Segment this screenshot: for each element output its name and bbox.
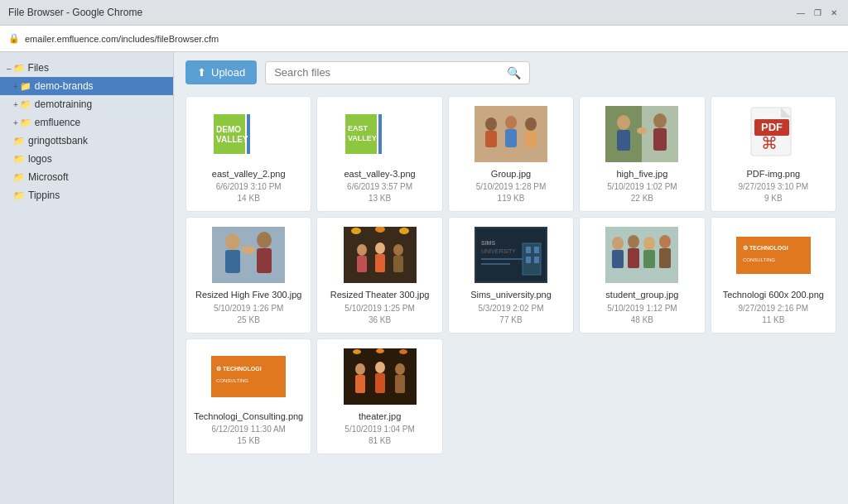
svg-point-77 (375, 362, 385, 373)
svg-point-75 (355, 363, 365, 375)
file-card-sims-university[interactable]: SIMS UNIVERSITY Sims_university. (448, 217, 574, 333)
file-meta-east-valley-2: 6/6/2019 3:10 PM14 KB (216, 181, 282, 204)
sidebar-item-tippins[interactable]: 📁 Tippins (0, 186, 173, 204)
search-container: 🔍 (265, 61, 530, 84)
svg-rect-64 (659, 248, 671, 268)
file-name-sims-university: Sims_university.png (470, 289, 552, 300)
svg-point-19 (617, 115, 630, 130)
svg-rect-16 (525, 131, 537, 147)
sidebar-label-microsoft: Microsoft (28, 171, 69, 183)
svg-rect-2 (247, 114, 250, 154)
expand-icon-demotraining: + (13, 100, 18, 109)
file-card-technologi-600[interactable]: ⚙ TECHNOLOGI CONSULTING Technologi 600x … (711, 217, 836, 333)
sidebar-item-demotraining[interactable]: + 📁 demotraining (0, 95, 173, 113)
title-bar-controls: — ❐ ✕ (795, 7, 840, 18)
svg-text:UNIVERSITY: UNIVERSITY (481, 248, 516, 254)
file-thumbnail-pdf-img: PDF ⌘ (736, 105, 811, 163)
svg-rect-31 (225, 250, 240, 273)
file-name-student-group: student_group.jpg (605, 289, 678, 300)
title-bar-left: File Browser - Google Chrome (8, 7, 142, 18)
file-card-technologi-consulting[interactable]: ⚙ TECHNOLOGI CONSULTING Technologi_Consu… (186, 338, 311, 454)
file-meta-student-group: 5/10/2019 1:12 PM48 KB (607, 303, 677, 326)
search-input[interactable] (274, 66, 507, 79)
expand-icon: – (7, 64, 12, 73)
file-card-theater[interactable]: theater.jpg 5/10/2019 1:04 PM81 KB (316, 338, 442, 454)
svg-rect-44 (393, 256, 403, 272)
svg-rect-52 (526, 247, 531, 253)
svg-rect-80 (395, 375, 405, 393)
file-card-resized-high-five[interactable]: Resized High Five 300.jpg 5/10/2019 1:26… (186, 217, 311, 333)
sidebar-label-tippins: Tippins (28, 190, 60, 201)
file-card-high-five[interactable]: high_five.jpg 5/10/2019 1:02 PM22 KB (579, 96, 705, 212)
file-card-resized-theater[interactable]: Resized Theater 300.jpg 5/10/2019 1:25 P… (316, 217, 442, 333)
svg-point-13 (505, 116, 517, 129)
svg-point-63 (659, 235, 671, 248)
sidebar-root-files[interactable]: – 📁 Files (0, 59, 173, 77)
file-name-resized-theater: Resized Theater 300.jpg (330, 289, 430, 300)
sidebar-item-gringottsbank[interactable]: 📁 gringottsbank (0, 132, 173, 150)
svg-text:VALLEY: VALLEY (216, 135, 248, 144)
browser-chrome: File Browser - Google Chrome — ❐ ✕ 🔒 ema… (0, 0, 848, 52)
file-card-east-valley-2[interactable]: DEMO VALLEY east_valley_2.png 6/6/2019 3… (186, 96, 311, 212)
file-card-group[interactable]: Group.jpg 5/10/2019 1:28 PM119 KB (448, 96, 574, 212)
folder-icon-emfluence: 📁 (20, 118, 31, 128)
svg-point-30 (225, 233, 240, 250)
svg-point-57 (612, 237, 624, 250)
search-icon[interactable]: 🔍 (507, 66, 521, 79)
folder-icon-microsoft: 📁 (13, 172, 25, 183)
maximize-button[interactable]: ❐ (812, 7, 823, 18)
file-thumbnail-resized-high-five (211, 226, 286, 284)
upload-icon: ⬆ (197, 66, 206, 79)
svg-rect-53 (534, 247, 539, 253)
folder-icon-demotraining: 📁 (20, 99, 31, 110)
sidebar-item-microsoft[interactable]: 📁 Microsoft (0, 168, 173, 186)
expand-icon-emfluence: + (13, 118, 18, 127)
file-meta-resized-theater: 5/10/2019 1:25 PM36 KB (344, 303, 415, 326)
svg-point-73 (376, 348, 384, 353)
file-card-east-valley-3[interactable]: EAST VALLEY east_valley-3.png 6/6/2019 3… (316, 96, 442, 212)
folder-icon-demo-brands: 📁 (20, 81, 31, 92)
svg-point-41 (375, 242, 385, 254)
svg-rect-20 (617, 130, 630, 151)
file-thumbnail-group (474, 105, 548, 163)
svg-rect-62 (643, 250, 655, 268)
file-card-student-group[interactable]: student_group.jpg 5/10/2019 1:12 PM48 KB (579, 217, 705, 333)
svg-text:VALLEY: VALLEY (348, 134, 377, 142)
svg-text:⚙ TECHNOLOGI: ⚙ TECHNOLOGI (216, 366, 262, 372)
svg-text:DEMO: DEMO (216, 125, 241, 134)
file-name-east-valley-2: east_valley_2.png (212, 168, 286, 180)
file-name-technologi-600: Technologi 600x 200.png (723, 289, 824, 300)
folder-icon-tippins: 📁 (13, 190, 25, 201)
app-container: – 📁 Files + 📁 demo-brands + 📁 demotraini… (0, 52, 848, 504)
sidebar-item-emfluence[interactable]: + 📁 emfluence (0, 113, 173, 132)
file-thumbnail-technologi-600: ⚙ TECHNOLOGI CONSULTING (736, 226, 811, 284)
svg-text:⚙ TECHNOLOGI: ⚙ TECHNOLOGI (743, 245, 788, 251)
svg-rect-42 (375, 254, 385, 272)
file-meta-technologi-consulting: 6/12/2019 11:30 AM15 KB (211, 424, 286, 447)
file-name-high-five: high_five.jpg (617, 168, 668, 180)
file-name-group: Group.jpg (491, 168, 531, 180)
grid-container: DEMO VALLEY east_valley_2.png 6/6/2019 3… (186, 96, 836, 454)
svg-text:EAST: EAST (348, 124, 369, 132)
upload-label: Upload (211, 66, 245, 79)
sidebar-root-label: Files (28, 62, 49, 74)
sidebar-label-emfluence: emfluence (35, 117, 80, 128)
sidebar-item-logos[interactable]: 📁 logos (0, 150, 173, 168)
file-thumbnail-high-five (605, 105, 679, 163)
svg-rect-68 (211, 356, 286, 397)
minimize-button[interactable]: — (795, 7, 807, 18)
file-card-pdf-img[interactable]: PDF ⌘ PDF-img.png 9/27/2019 3:10 PM9 KB (711, 96, 836, 212)
svg-text:SIMS: SIMS (481, 240, 495, 246)
main-content: ⬆ Upload 🔍 DEMO (174, 52, 848, 504)
svg-rect-65 (736, 237, 811, 274)
upload-button[interactable]: ⬆ Upload (186, 60, 257, 84)
sidebar-item-demo-brands[interactable]: + 📁 demo-brands (0, 77, 173, 95)
file-thumbnail-east-valley-3: EAST VALLEY (343, 105, 417, 163)
svg-rect-22 (653, 128, 667, 151)
svg-point-32 (257, 232, 272, 248)
file-name-pdf-img: PDF-img.png (746, 168, 800, 180)
close-button[interactable]: ✕ (828, 7, 840, 18)
svg-rect-33 (257, 248, 272, 273)
url-display[interactable]: emailer.emfluence.com/includes/fileBrows… (25, 34, 219, 44)
folder-icon-logos: 📁 (13, 154, 25, 165)
